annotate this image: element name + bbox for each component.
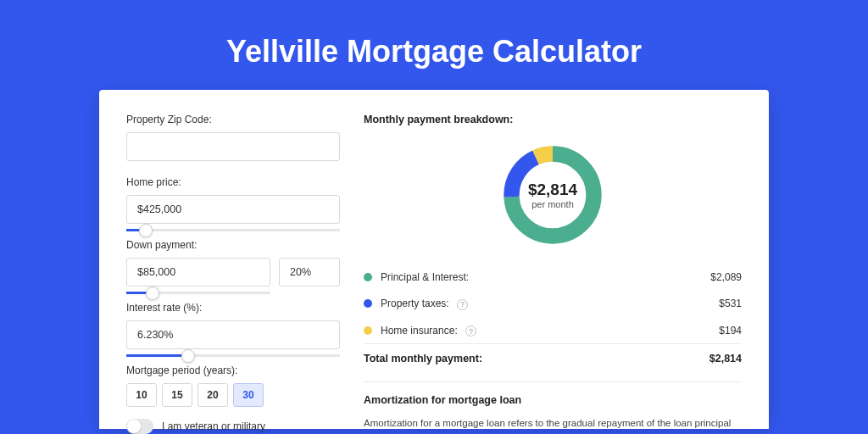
amortization-title: Amortization for mortgage loan (364, 394, 742, 406)
mortgage-period-field: Mortgage period (years): 10152030 (126, 364, 340, 407)
legend-row: Principal & Interest:$2,089 (364, 264, 742, 291)
period-button-15[interactable]: 15 (162, 383, 192, 407)
legend-row: Home insurance: ?$194 (364, 318, 742, 344)
donut-chart-wrap: $2,814 per month (364, 141, 742, 249)
legend-dot (364, 299, 372, 308)
donut-chart: $2,814 per month (498, 141, 607, 249)
donut-center: $2,814 per month (498, 141, 607, 249)
down-payment-field: Down payment: (126, 239, 340, 287)
home-price-slider[interactable] (126, 229, 340, 231)
total-row: Total monthly payment: $2,814 (364, 344, 742, 378)
down-payment-slider-thumb[interactable] (146, 287, 159, 300)
calculator-card: Property Zip Code: Home price: Down paym… (99, 90, 769, 429)
breakdown-title: Monthly payment breakdown: (364, 114, 742, 125)
interest-rate-slider[interactable] (126, 354, 340, 357)
legend-value: $194 (719, 325, 742, 337)
help-icon[interactable]: ? (457, 299, 468, 310)
veteran-toggle[interactable] (126, 419, 153, 434)
home-price-label: Home price: (126, 176, 340, 188)
interest-rate-slider-thumb[interactable] (181, 349, 195, 363)
legend-dot (364, 273, 372, 281)
down-payment-amount-input[interactable] (126, 258, 270, 287)
legend-value: $531 (719, 298, 742, 309)
page-title: Yellville Mortgage Calculator (0, 34, 868, 70)
hero: Yellville Mortgage Calculator (0, 0, 868, 90)
mortgage-period-buttons: 10152030 (126, 383, 340, 407)
period-button-10[interactable]: 10 (126, 383, 157, 407)
amortization-text: Amortization for a mortgage loan refers … (364, 416, 742, 434)
donut-sub: per month (531, 199, 574, 209)
home-price-input[interactable] (126, 195, 340, 224)
legend-dot (364, 326, 372, 335)
veteran-toggle-label: I am veteran or military (162, 420, 265, 432)
zip-label: Property Zip Code: (126, 114, 340, 125)
legend-label: Principal & Interest: (381, 271, 710, 283)
down-payment-percent-input[interactable] (279, 258, 340, 287)
total-label: Total monthly payment: (364, 353, 709, 364)
down-payment-slider[interactable] (126, 292, 270, 294)
zip-field: Property Zip Code: (126, 114, 340, 161)
home-price-slider-thumb[interactable] (139, 224, 153, 237)
help-icon[interactable]: ? (465, 326, 476, 337)
interest-rate-slider-fill (126, 354, 188, 357)
breakdown-column: Monthly payment breakdown: $2,814 per mo… (364, 114, 742, 429)
period-button-30[interactable]: 30 (233, 383, 264, 407)
legend-value: $2,089 (710, 271, 742, 283)
interest-rate-label: Interest rate (%): (126, 302, 340, 314)
legend-label: Property taxes: ? (381, 298, 719, 310)
divider (364, 381, 742, 382)
interest-rate-input[interactable] (126, 320, 340, 349)
legend-row: Property taxes: ?$531 (364, 291, 742, 318)
veteran-toggle-row: I am veteran or military (126, 419, 340, 434)
mortgage-period-label: Mortgage period (years): (126, 364, 340, 376)
down-payment-label: Down payment: (126, 239, 340, 251)
form-column: Property Zip Code: Home price: Down paym… (126, 114, 340, 429)
home-price-field: Home price: (126, 176, 340, 224)
zip-input[interactable] (126, 132, 340, 161)
period-button-20[interactable]: 20 (198, 383, 228, 407)
interest-rate-field: Interest rate (%): (126, 302, 340, 349)
total-value: $2,814 (709, 353, 742, 364)
legend-label: Home insurance: ? (381, 325, 719, 337)
donut-amount: $2,814 (528, 181, 577, 199)
breakdown-legend: Principal & Interest:$2,089Property taxe… (364, 264, 742, 344)
